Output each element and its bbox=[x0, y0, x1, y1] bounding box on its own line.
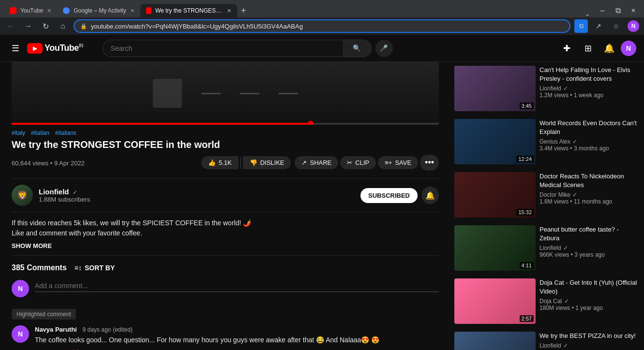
sidebar-title-2: World Records Even Doctors Can't Explain bbox=[539, 119, 640, 136]
video-player[interactable] bbox=[12, 62, 439, 125]
search-button[interactable]: 🔍 bbox=[343, 40, 372, 57]
tab-bar: YouTube ✕ Google – My Activity ✕ We try … bbox=[0, 0, 644, 17]
sort-icon: ≡↕ bbox=[75, 264, 82, 272]
tag-italy[interactable]: #italy bbox=[12, 130, 25, 136]
sidebar-video-3[interactable]: 15:32 Doctor Reacts To Nickelodeon Medic… bbox=[454, 168, 640, 221]
lock-icon: 🔒 bbox=[80, 23, 87, 29]
sidebar-thumb-1: 3:45 bbox=[454, 66, 536, 111]
sidebar-video-6[interactable]: 8:23 We try the BEST PIZZA in our city! … bbox=[454, 328, 640, 350]
subscribe-button[interactable]: SUBSCRIBED bbox=[360, 188, 418, 203]
sidebar-meta-1: 1.2M views • 1 week ago bbox=[539, 92, 640, 99]
youtube-logo-text: YouTubeIN bbox=[45, 43, 83, 53]
sidebar-info-3: Doctor Reacts To Nickelodeon Medical Sce… bbox=[539, 172, 640, 218]
description-line1: If this video reaches 5k likes, we will … bbox=[12, 218, 439, 228]
video-actions: 👍 5.1K 👎 DISLIKE ↗ SHARE ✂ CLIP bbox=[201, 155, 439, 171]
sidebar-video-1[interactable]: 3:45 Can't Help Falling In Love - Elvis … bbox=[454, 62, 640, 115]
sort-button[interactable]: ≡↕ SORT BY bbox=[75, 264, 115, 272]
search-input[interactable] bbox=[103, 40, 343, 57]
address-bar[interactable]: 🔒 bbox=[74, 19, 570, 33]
video-player-inner bbox=[12, 62, 439, 125]
comment-edited: (edited) bbox=[113, 326, 133, 333]
sidebar-duration-4: 4:11 bbox=[520, 262, 534, 269]
comment-input[interactable] bbox=[35, 280, 439, 292]
minimize-button[interactable]: – bbox=[596, 4, 609, 17]
sidebar-title-6: We try the BEST PIZZA in our city! bbox=[539, 332, 640, 340]
voice-search-button[interactable]: 🎤 bbox=[375, 40, 393, 57]
sidebar-info-5: Doja Cat - Get Into It (Yuh) (Official V… bbox=[539, 278, 640, 324]
comment-author[interactable]: Navya Paruthi bbox=[35, 326, 77, 333]
tab-close-2[interactable]: ✕ bbox=[130, 8, 135, 14]
back-button[interactable]: ← bbox=[4, 19, 17, 33]
tab-favicon-2 bbox=[63, 7, 70, 14]
new-tab-button[interactable]: + bbox=[237, 4, 250, 17]
dislike-button[interactable]: 👎 DISLIKE bbox=[243, 156, 291, 169]
open-in-new-button[interactable]: ⧉ bbox=[574, 19, 588, 33]
restore-button[interactable]: ⧉ bbox=[611, 4, 625, 17]
sidebar-meta-3: 1.8M views • 11 months ago bbox=[539, 198, 640, 205]
tab-label-3: We try the STRONGEST COFFEE ... bbox=[155, 7, 223, 14]
share-browser-button[interactable]: ↗ bbox=[592, 19, 605, 33]
sidebar-video-5[interactable]: 2:57 Doja Cat - Get Into It (Yuh) (Offic… bbox=[454, 275, 640, 328]
comments-section: 385 Comments ≡↕ SORT BY N Highlighted co… bbox=[12, 256, 439, 350]
clip-button[interactable]: ✂ CLIP bbox=[340, 156, 376, 169]
notifications-button[interactable]: 🔔 bbox=[599, 39, 619, 58]
save-button[interactable]: ≡+ SAVE bbox=[378, 156, 418, 169]
like-button[interactable]: 👍 5.1K bbox=[201, 156, 239, 169]
more-actions-button[interactable]: ••• bbox=[420, 155, 439, 171]
video-scrubber[interactable] bbox=[308, 121, 314, 125]
tab-youtube[interactable]: YouTube ✕ bbox=[4, 4, 57, 17]
sidebar-video-4[interactable]: 4:11 Peanut butter coffee taste? - Zebur… bbox=[454, 221, 640, 275]
notifications-bell-button[interactable]: 🔔 bbox=[421, 187, 439, 204]
share-icon: ↗ bbox=[301, 159, 307, 166]
channel-actions: SUBSCRIBED 🔔 bbox=[360, 187, 439, 204]
bookmark-button[interactable]: ☆ bbox=[609, 19, 623, 33]
video-content: #italy #italian #italians We try the STR… bbox=[0, 62, 450, 350]
current-user-avatar: N bbox=[12, 280, 29, 297]
tag-italian[interactable]: #italian bbox=[31, 130, 49, 136]
tab-current[interactable]: We try the STRONGEST COFFEE ... ✕ bbox=[140, 4, 237, 17]
home-button[interactable]: ⌂ bbox=[56, 19, 70, 33]
comment-input-wrap bbox=[35, 280, 439, 292]
sidebar-meta-2: 3.4M views • 3 months ago bbox=[539, 145, 640, 152]
verified-icon-3: ✓ bbox=[572, 191, 577, 198]
comment-time: 9 days ago bbox=[83, 326, 111, 333]
tab-close-1[interactable]: ✕ bbox=[47, 8, 51, 14]
comment-avatar: N bbox=[12, 325, 29, 343]
verified-icon-2: ✓ bbox=[572, 138, 577, 145]
hamburger-menu-button[interactable]: ☰ bbox=[8, 39, 23, 58]
video-meta-row: 60,644 views • 9 Apr 2022 👍 5.1K 👎 DISLI… bbox=[12, 155, 439, 171]
address-input[interactable] bbox=[91, 23, 564, 30]
sidebar-info-4: Peanut butter coffee taste? - Zebura Lio… bbox=[539, 225, 640, 271]
tag-italians[interactable]: #italians bbox=[55, 130, 76, 136]
profile-browser-button[interactable]: N bbox=[627, 19, 640, 33]
channel-avatar[interactable]: 🦁 bbox=[12, 185, 33, 206]
sidebar-channel-1: Lionfield ✓ bbox=[539, 85, 640, 92]
sidebar-video-2[interactable]: 12:24 World Records Even Doctors Can't E… bbox=[454, 115, 640, 168]
close-button[interactable]: ✕ bbox=[627, 4, 640, 17]
video-progress-bar[interactable] bbox=[12, 123, 439, 125]
sidebar-meta-5: 180M views • 1 year ago bbox=[539, 305, 640, 311]
search-bar: 🔍 🎤 bbox=[103, 40, 393, 57]
channel-subscribers: 1.88M subscribers bbox=[39, 196, 90, 203]
reload-button[interactable]: ↻ bbox=[39, 19, 52, 33]
show-more-button[interactable]: SHOW MORE bbox=[12, 242, 52, 249]
video-description: If this video reaches 5k likes, we will … bbox=[12, 212, 439, 256]
forward-button[interactable]: → bbox=[21, 19, 35, 33]
youtube-logo[interactable]: YouTubeIN bbox=[27, 43, 83, 54]
tab-label-2: Google – My Activity bbox=[74, 7, 126, 14]
like-divider bbox=[240, 157, 241, 169]
user-avatar[interactable]: N bbox=[621, 41, 636, 56]
browser-chrome: YouTube ✕ Google – My Activity ✕ We try … bbox=[0, 0, 644, 35]
channel-details: Lionfield ✓ 1.88M subscribers bbox=[39, 188, 90, 203]
comments-header: 385 Comments ≡↕ SORT BY bbox=[12, 263, 439, 272]
sidebar-channel-5: Doja Cat ✓ bbox=[539, 298, 640, 305]
apps-button[interactable]: ⊞ bbox=[578, 39, 598, 58]
sidebar-thumb-6: 8:23 bbox=[454, 332, 536, 350]
tab-google[interactable]: Google – My Activity ✕ bbox=[57, 4, 140, 17]
sidebar-channel-6: Lionfield ✓ bbox=[539, 342, 640, 349]
tab-close-3[interactable]: ✕ bbox=[227, 8, 231, 14]
channel-name[interactable]: Lionfield bbox=[39, 188, 69, 196]
create-button[interactable]: ✚ bbox=[557, 39, 576, 58]
share-button[interactable]: ↗ SHARE bbox=[295, 156, 338, 169]
tab-overflow-button[interactable]: ⌄ bbox=[583, 11, 592, 17]
